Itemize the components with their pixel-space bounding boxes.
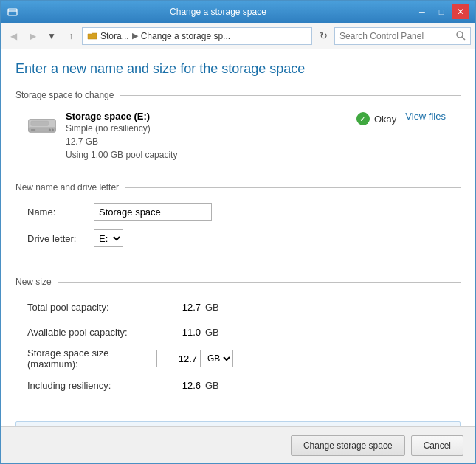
total-pool-value: 12.7 xyxy=(156,302,201,313)
drive-icon xyxy=(27,111,57,137)
search-icon xyxy=(456,31,466,41)
storage-size-row: Storage space size(maximum): GB TB xyxy=(27,347,461,370)
storage-name: Storage space (E:) xyxy=(66,111,348,122)
storage-info: Storage space (E:) Simple (no resiliency… xyxy=(15,105,461,170)
available-pool-value: 11.0 xyxy=(156,327,201,338)
new-size-label: New size xyxy=(15,277,461,287)
total-pool-unit: GB xyxy=(205,302,219,313)
name-row: Name: xyxy=(27,203,461,221)
back-button[interactable]: ◀ xyxy=(5,28,21,44)
name-drive-label: New name and drive letter xyxy=(15,182,461,193)
window-controls: ─ □ ✕ xyxy=(413,4,469,19)
svg-point-7 xyxy=(49,128,51,131)
address-bar: ◀ ▶ ▼ ↑ Stora... ▶ Change a storage sp..… xyxy=(1,23,475,49)
window: Change a storage space ─ □ ✕ ◀ ▶ ▼ ↑ Sto… xyxy=(0,0,476,464)
close-button[interactable]: ✕ xyxy=(452,4,469,19)
breadcrumb-2: Change a storage sp... xyxy=(141,31,230,41)
new-size-section: New size Total pool capacity: 12.7 GB Av… xyxy=(15,277,461,409)
resiliency-row: Including resiliency: 12.6 GB xyxy=(27,375,461,395)
change-storage-button[interactable]: Change storage space xyxy=(291,435,405,456)
address-path[interactable]: Stora... ▶ Change a storage sp... xyxy=(82,27,312,45)
search-box xyxy=(334,27,471,45)
total-pool-label: Total pool capacity: xyxy=(27,302,156,313)
breadcrumb-sep: ▶ xyxy=(132,31,138,41)
name-label: Name: xyxy=(27,207,94,218)
resiliency-unit: GB xyxy=(205,380,219,391)
maximize-button[interactable]: □ xyxy=(432,4,450,19)
storage-details: Storage space (E:) Simple (no resiliency… xyxy=(66,111,348,162)
available-pool-row: Available pool capacity: 11.0 GB xyxy=(27,322,461,342)
size-section: Total pool capacity: 12.7 GB Available p… xyxy=(15,291,461,409)
storage-space-label: Storage space to change xyxy=(15,90,461,100)
svg-point-8 xyxy=(52,128,54,131)
name-drive-section: New name and drive letter Name: Drive le… xyxy=(15,182,461,265)
name-input[interactable] xyxy=(94,203,212,221)
status-text: Okay xyxy=(374,114,396,125)
drive-letter-row: Drive letter: E: F: G: H: xyxy=(27,229,461,247)
forward-button[interactable]: ▶ xyxy=(24,28,41,44)
up-button[interactable]: ↑ xyxy=(63,28,79,44)
svg-line-3 xyxy=(462,37,465,40)
storage-size-unit-select[interactable]: GB TB xyxy=(204,350,233,367)
footer: Change storage space Cancel xyxy=(1,426,475,463)
title-bar: Change a storage space ─ □ ✕ xyxy=(1,1,475,23)
view-files-link[interactable]: View files xyxy=(405,111,461,122)
cancel-button[interactable]: Cancel xyxy=(411,435,463,456)
available-pool-unit: GB xyxy=(205,327,219,338)
svg-point-2 xyxy=(457,32,463,38)
page-title: Enter a new name and size for the storag… xyxy=(15,61,461,77)
window-icon xyxy=(7,6,18,18)
svg-rect-9 xyxy=(31,121,49,125)
breadcrumb-1: Stora... xyxy=(100,31,129,41)
storage-size-input[interactable] xyxy=(156,350,201,367)
folder-icon xyxy=(87,31,97,41)
search-input[interactable] xyxy=(339,31,453,41)
check-icon: ✓ xyxy=(356,112,370,125)
storage-size-label: Storage space size(maximum): xyxy=(27,347,156,370)
storage-type: Simple (no resiliency) xyxy=(66,122,348,135)
storage-usage: Using 1.00 GB pool capacity xyxy=(66,148,348,162)
content-area: Enter a new name and size for the storag… xyxy=(1,49,475,426)
storage-size: 12.7 GB xyxy=(66,135,348,148)
resiliency-value: 12.6 xyxy=(156,380,201,391)
form-section: Name: Drive letter: E: F: G: H: xyxy=(15,197,461,265)
drive-letter-label: Drive letter: xyxy=(27,233,94,244)
drive-letter-select[interactable]: E: F: G: H: xyxy=(94,229,123,247)
status-ok: ✓ Okay xyxy=(356,111,396,125)
svg-rect-6 xyxy=(31,129,35,131)
total-pool-row: Total pool capacity: 12.7 GB xyxy=(27,297,461,316)
storage-space-section: Storage space to change Storage space (E… xyxy=(15,90,461,170)
resiliency-label: Including resiliency: xyxy=(27,380,156,391)
info-box: i A storage space can be larger than the… xyxy=(15,421,461,426)
minimize-button[interactable]: ─ xyxy=(413,4,431,19)
recent-button[interactable]: ▼ xyxy=(44,28,60,44)
window-title: Change a storage space xyxy=(23,7,413,17)
available-pool-label: Available pool capacity: xyxy=(27,327,156,338)
svg-rect-0 xyxy=(8,9,17,15)
refresh-button[interactable]: ↻ xyxy=(315,28,331,44)
